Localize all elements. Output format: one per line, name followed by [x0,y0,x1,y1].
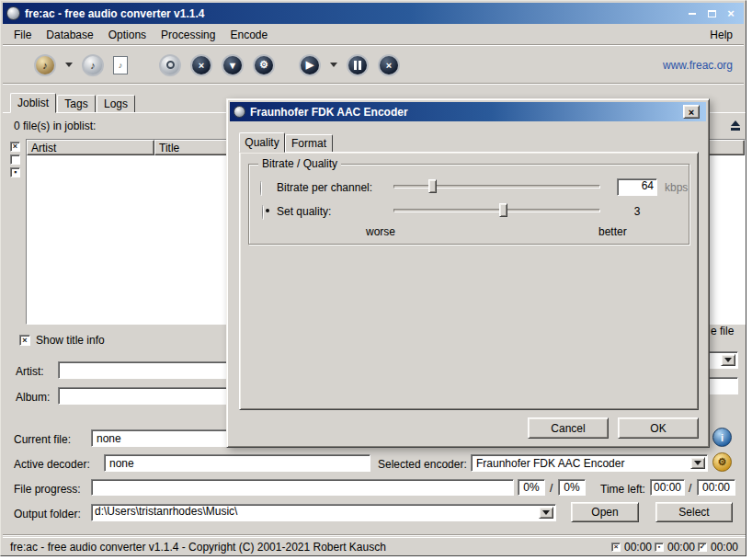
menu-processing[interactable]: Processing [154,27,222,43]
selected-encoder-combo[interactable]: Fraunhofer FDK AAC Encoder [471,454,708,472]
pause-icon [354,61,361,70]
progress-total-value: 0% [564,481,579,494]
joblist-count: 0 file(s) in joblist: [14,120,96,132]
bitrate-slider-thumb[interactable] [428,179,437,193]
statusbar-time-2: ▪ 00:00 [655,541,695,554]
active-decoder-field: none [104,454,370,472]
tab-tags-label: Tags [64,97,87,110]
time-icon-3: ✓ [698,543,707,552]
cancel-button-label: Cancel [551,422,585,435]
genre-dropdown-button[interactable] [721,354,735,366]
select-folder-button[interactable]: Select [655,502,733,522]
progress-track-value: 0% [523,481,539,494]
settings-button[interactable]: ⚙ [253,54,275,76]
statusbar-time-1: × 00:00 [611,541,652,554]
group-title: Bitrate / Quality [258,157,341,170]
output-folder-combo[interactable] [91,504,556,521]
file-progress-label: File progress: [14,483,81,496]
dialog-title: Fraunhofer FDK AAC Encoder [250,106,408,119]
encode-dropdown-icon[interactable] [330,63,337,67]
chevron-down-icon [542,510,550,515]
quality-slider-track [393,209,600,212]
ok-button[interactable]: OK [618,417,699,439]
add-files-button[interactable]: ♪ [34,54,56,76]
menu-encode[interactable]: Encode [222,27,275,43]
close-button[interactable]: × [724,7,737,19]
toggle-selection-button[interactable]: ▪ [10,167,20,177]
album-label: Album: [16,391,50,404]
select-button-label: Select [678,506,709,519]
tab-joblist[interactable]: Joblist [10,93,56,113]
menu-file[interactable]: File [6,27,39,43]
tab-tags[interactable]: Tags [57,95,96,113]
stop-encoding-button[interactable]: × [378,54,400,76]
better-label: better [598,225,627,238]
cddb-submit-button[interactable]: ▼ [222,54,244,76]
eject-icon-bar [731,128,740,131]
progress-track-percent: 0% [518,479,545,496]
select-all-button[interactable]: × [10,142,20,152]
maximize-button[interactable] [705,7,718,19]
bitrate-radio[interactable] [260,181,262,196]
time-track-value: 00:00 [654,481,681,494]
cancel-button[interactable]: Cancel [528,417,609,439]
active-decoder-label: Active decoder: [14,458,90,471]
cddb-query-button[interactable] [159,54,181,76]
open-button-label: Open [591,506,618,519]
time-left-label: Time left: [600,483,645,496]
column-artist[interactable]: Artist [27,140,154,155]
statusbar-text: fre:ac - free audio converter v1.1.4 - C… [10,541,386,554]
chevron-down-icon [724,358,732,362]
quality-slider[interactable] [393,203,600,218]
dialog-tab-quality[interactable]: Quality [239,132,285,153]
open-joblist-button[interactable]: ♪ [113,56,128,74]
output-folder-label: Output folder: [14,508,81,520]
remove-entry-button[interactable]: × [190,54,212,76]
menu-options[interactable]: Options [101,27,154,43]
tab-logs[interactable]: Logs [97,95,135,113]
website-link[interactable]: www.freac.org [663,59,733,72]
bitrate-slider[interactable] [393,179,600,194]
dialog-tab-quality-label: Quality [245,136,279,149]
dialog-close-button[interactable]: × [683,105,700,119]
dialog-titlebar[interactable]: Fraunhofer FDK AAC Encoder × [230,102,706,121]
bitrate-value-field[interactable] [617,178,657,196]
dialog-tab-format[interactable]: Format [285,134,333,153]
quality-slider-thumb[interactable] [499,203,507,217]
divider [3,83,744,85]
encoder-dropdown-button[interactable] [690,457,705,469]
add-files-dropdown-icon[interactable] [65,63,73,67]
show-title-info-checkbox[interactable]: × [19,335,30,346]
pause-encoding-button[interactable] [347,54,369,76]
output-folder-input[interactable] [92,505,555,518]
start-encoding-button[interactable]: ▶ [299,54,321,76]
info-button[interactable]: i [712,428,732,447]
time-total-field: 00:00 [697,479,735,496]
titlebar[interactable]: fre:ac - free audio converter v1.1.4 × [3,3,744,24]
quality-radio[interactable] [262,205,264,220]
open-folder-button[interactable]: Open [571,502,639,522]
artist-label: Artist: [16,365,44,378]
text-fragment: e file [711,325,734,337]
bitrate-value-input[interactable] [618,179,656,192]
output-folder-dropdown-button[interactable] [539,507,553,519]
add-cd-button[interactable]: ♪ [82,54,104,76]
divider [3,44,744,46]
eject-button[interactable] [727,118,744,132]
select-none-button[interactable] [10,154,20,165]
active-decoder-value: none [109,457,134,470]
time-track-field: 00:00 [650,479,685,496]
statusbar-time-3-value: 00:00 [711,541,738,554]
minimize-button[interactable] [686,7,699,19]
worse-label: worse [366,225,395,238]
menu-help[interactable]: Help [702,27,740,43]
time-total-value: 00:00 [702,481,730,494]
selected-encoder-value: Fraunhofer FDK AAC Encoder [476,457,624,470]
statusbar-time-1-value: 00:00 [624,541,652,554]
quality-label: Set quality: [277,205,331,218]
toolbar: ♪ ♪ ♪ × ▼ ⚙ ▶ × www.freac.org [3,47,744,83]
bitrate-slider-track [393,185,600,189]
dialog-icon [234,106,245,118]
menu-database[interactable]: Database [39,27,100,43]
configure-encoder-button[interactable]: ⚙ [712,452,732,472]
